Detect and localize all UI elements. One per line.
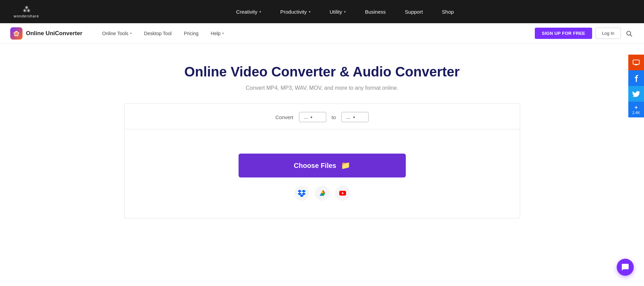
main-content: Online Video Converter & Audio Converter… xyxy=(0,44,644,232)
cloud-icons xyxy=(294,186,350,201)
secondary-nav: Online UniConverter Online Tools ▾ Deskt… xyxy=(0,23,644,44)
logo-icon: ⁂ xyxy=(23,5,30,14)
chevron-down-icon: ▾ xyxy=(344,10,346,14)
svg-line-3 xyxy=(630,34,632,36)
top-nav-item-utility[interactable]: Utility ▾ xyxy=(320,0,356,23)
twitter-button[interactable] xyxy=(628,86,644,102)
top-nav-items: Creativity ▾ Productivity ▾ Utility ▾ Bu… xyxy=(60,0,630,23)
brand-name: Online UniConverter xyxy=(26,30,82,37)
convert-from-select[interactable]: ... ▾ xyxy=(299,112,326,122)
youtube-button[interactable] xyxy=(335,186,350,201)
share-count: 2.4K xyxy=(632,111,640,115)
chevron-down-icon: ▾ xyxy=(309,10,311,14)
chevron-down-icon: ▾ xyxy=(130,31,132,35)
dropbox-button[interactable] xyxy=(294,186,309,201)
converter-box: Convert ... ▾ to ... ▾ Choose Files 📁 xyxy=(124,103,520,218)
top-nav-item-support[interactable]: Support xyxy=(395,0,432,23)
top-nav-item-shop[interactable]: Shop xyxy=(432,0,463,23)
top-nav: ⁂ wondershare Creativity ▾ Productivity … xyxy=(0,0,644,23)
folder-icon: 📁 xyxy=(341,161,350,170)
logo[interactable]: ⁂ wondershare xyxy=(14,5,39,18)
login-button[interactable]: Log In xyxy=(596,28,621,39)
to-label: to xyxy=(332,114,336,120)
chevron-down-icon: ▾ xyxy=(353,115,355,119)
sec-nav-item-pricing[interactable]: Pricing xyxy=(178,23,205,44)
chevron-down-icon: ▾ xyxy=(259,10,261,14)
chevron-down-icon: ▾ xyxy=(222,31,224,35)
sec-nav-items: Online Tools ▾ Desktop Tool Pricing Help… xyxy=(96,23,535,44)
upload-area: Choose Files 📁 xyxy=(125,129,520,218)
facebook-button[interactable] xyxy=(628,70,644,86)
brand-area[interactable]: Online UniConverter xyxy=(10,27,82,40)
convert-controls: Convert ... ▾ to ... ▾ xyxy=(125,104,520,129)
share-button[interactable]: + 2.4K xyxy=(628,102,644,117)
choose-files-button[interactable]: Choose Files 📁 xyxy=(239,154,406,177)
screen-share-button[interactable] xyxy=(628,55,644,70)
brand-icon xyxy=(10,27,23,40)
logo-text: wondershare xyxy=(14,14,39,18)
sec-nav-right: SIGN UP FOR FREE Log In xyxy=(535,28,634,39)
chevron-down-icon: ▾ xyxy=(311,115,312,119)
svg-rect-6 xyxy=(633,60,639,65)
page-title: Online Video Converter & Audio Converter xyxy=(184,64,460,80)
search-button[interactable] xyxy=(624,29,634,38)
google-drive-button[interactable] xyxy=(315,186,330,201)
convert-label: Convert xyxy=(275,114,294,120)
side-social: + 2.4K xyxy=(628,55,644,117)
top-nav-item-creativity[interactable]: Creativity ▾ xyxy=(227,0,271,23)
sec-nav-item-online-tools[interactable]: Online Tools ▾ xyxy=(96,23,138,44)
page-subtitle: Convert MP4, MP3, WAV, MOV, and more to … xyxy=(246,85,398,91)
top-nav-item-business[interactable]: Business xyxy=(355,0,395,23)
sec-nav-item-help[interactable]: Help ▾ xyxy=(205,23,230,44)
convert-to-select[interactable]: ... ▾ xyxy=(341,112,369,122)
top-nav-item-productivity[interactable]: Productivity ▾ xyxy=(271,0,320,23)
signup-button[interactable]: SIGN UP FOR FREE xyxy=(535,28,592,39)
sec-nav-item-desktop-tool[interactable]: Desktop Tool xyxy=(138,23,178,44)
